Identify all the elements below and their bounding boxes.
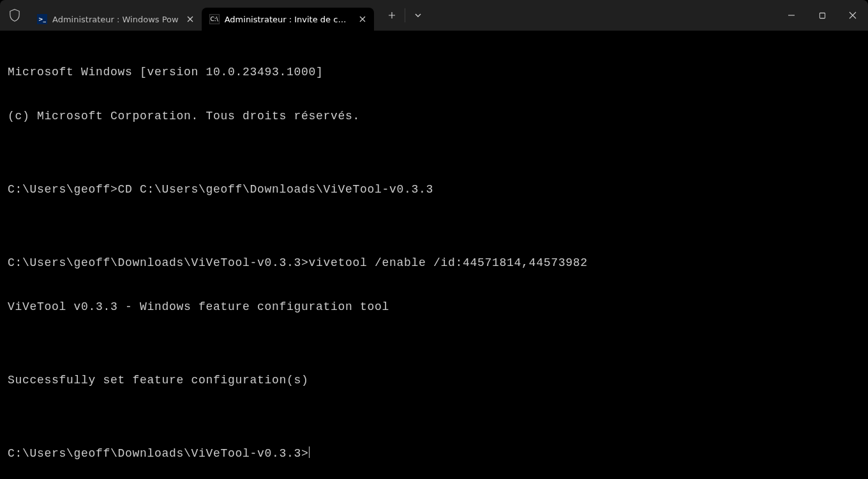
terminal-output[interactable]: Microsoft Windows [version 10.0.23493.10… [0, 31, 868, 479]
titlebar[interactable]: >_ Administrateur : Windows Pow C:\ Admi… [0, 0, 868, 31]
close-tab-button[interactable] [356, 13, 369, 26]
tab-dropdown-button[interactable] [407, 4, 430, 26]
terminal-prompt-line: C:\Users\geoff\Downloads\ViVeTool-v0.3.3… [8, 446, 860, 461]
terminal-line: Successfully set feature configuration(s… [8, 373, 860, 388]
powershell-icon: >_ [37, 14, 47, 24]
cursor [309, 446, 310, 458]
terminal-line: C:\Users\geoff>CD C:\Users\geoff\Downloa… [8, 182, 860, 197]
tab-label: Administrateur : Windows Pow [52, 15, 179, 24]
terminal-line: C:\Users\geoff\Downloads\ViVeTool-v0.3.3… [8, 256, 860, 270]
close-tab-button[interactable] [184, 13, 197, 26]
new-tab-button[interactable] [380, 4, 403, 26]
cmd-icon: C:\ [209, 14, 220, 24]
maximize-button[interactable] [807, 0, 837, 31]
terminal-window: >_ Administrateur : Windows Pow C:\ Admi… [0, 0, 868, 479]
admin-shield-icon [0, 0, 29, 31]
terminal-line: ViVeTool v0.3.3 - Windows feature config… [8, 300, 860, 314]
tab-powershell[interactable]: >_ Administrateur : Windows Pow [29, 8, 202, 31]
close-window-button[interactable] [837, 0, 868, 31]
minimize-button[interactable] [776, 0, 807, 31]
titlebar-left: >_ Administrateur : Windows Pow C:\ Admi… [0, 0, 776, 31]
tabs: >_ Administrateur : Windows Pow C:\ Admi… [29, 0, 374, 31]
terminal-line: (c) Microsoft Corporation. Tous droits r… [8, 109, 860, 124]
tab-cmd[interactable]: C:\ Administrateur : Invite de com [202, 8, 374, 31]
new-tab-group [374, 0, 430, 31]
svg-rect-0 [819, 13, 825, 18]
terminal-prompt: C:\Users\geoff\Downloads\ViVeTool-v0.3.3… [8, 447, 309, 460]
separator [405, 8, 405, 22]
window-controls [776, 0, 868, 31]
tab-label: Administrateur : Invite de com [225, 15, 351, 24]
terminal-line: Microsoft Windows [version 10.0.23493.10… [8, 65, 860, 80]
